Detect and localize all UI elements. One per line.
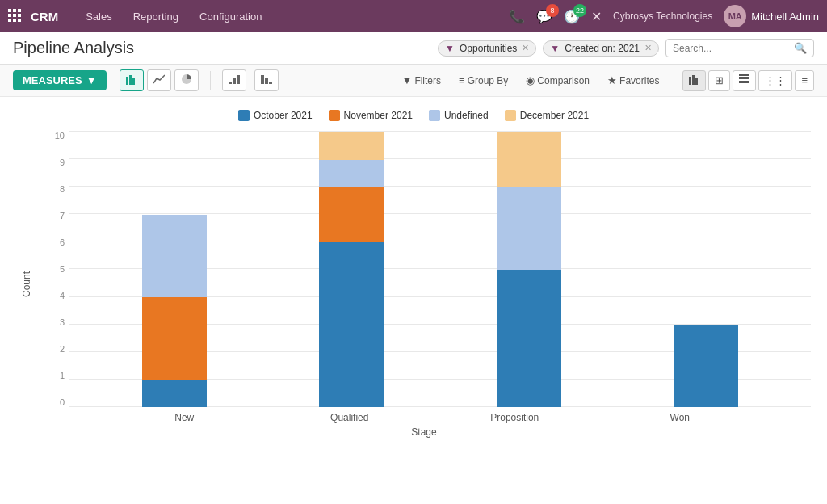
svg-rect-14: [233, 78, 236, 84]
bar-segment: [319, 242, 384, 407]
top-navigation: CRM Sales Reporting Configuration 📞 💬 8 …: [0, 0, 827, 32]
y-tick: 5: [60, 264, 65, 274]
bars-area: [69, 131, 811, 407]
close-icon[interactable]: ✕: [591, 9, 602, 24]
svg-rect-23: [739, 77, 749, 79]
legend-label: Undefined: [444, 110, 489, 121]
stacked-bar: [142, 215, 207, 407]
chart-legend: October 2021November 2021UndefinedDecemb…: [16, 110, 811, 121]
y-tick: 6: [60, 237, 65, 247]
nav-sales[interactable]: Sales: [78, 10, 120, 23]
brand-logo[interactable]: CRM: [31, 10, 58, 23]
legend-dot: [329, 110, 340, 121]
action-toolbar: MEASURES ▼: [0, 65, 827, 97]
svg-rect-17: [265, 78, 268, 84]
legend-item: December 2021: [505, 110, 589, 121]
measures-label: MEASURES: [23, 74, 82, 86]
view-buttons: ⊞ ⋮⋮ ≡: [682, 70, 814, 91]
group-by-icon: ≡: [459, 74, 465, 86]
opportunities-filter-close[interactable]: ✕: [522, 43, 529, 53]
chart-inner: 109876543210 NewQualifiedPropositionWon …: [37, 131, 811, 438]
created-on-filter-close[interactable]: ✕: [644, 43, 652, 53]
search-input[interactable]: [673, 43, 794, 54]
funnel-icon: ▼: [445, 43, 455, 54]
stacked-bar: [319, 132, 384, 407]
svg-rect-4: [13, 14, 16, 17]
svg-rect-8: [18, 19, 21, 22]
favorites-action[interactable]: ★ Favorites: [601, 71, 665, 90]
opportunities-filter-label: Opportunities: [460, 43, 517, 54]
bar-segment: [674, 325, 738, 407]
svg-rect-5: [18, 14, 21, 17]
filters-action[interactable]: ▼ Filters: [396, 71, 448, 90]
dots-view-btn[interactable]: ⋮⋮: [758, 70, 792, 91]
chat-icon[interactable]: 💬 8: [536, 9, 552, 24]
legend-label: December 2021: [520, 110, 589, 121]
measures-button[interactable]: MEASURES ▼: [13, 70, 107, 90]
legend-dot: [429, 110, 440, 121]
bar-segment: [142, 215, 207, 297]
comparison-label: Comparison: [537, 75, 590, 86]
table-view-btn[interactable]: ⊞: [708, 70, 730, 91]
svg-rect-13: [229, 82, 232, 84]
comparison-action[interactable]: ◉ Comparison: [519, 71, 596, 90]
list-view-btn[interactable]: ≡: [795, 70, 814, 91]
opportunities-filter[interactable]: ▼ Opportunities ✕: [438, 40, 536, 57]
chart-area: Count 109876543210 NewQualifiedPropositi…: [16, 131, 811, 438]
bar-group: [674, 325, 738, 407]
measures-dropdown-icon: ▼: [86, 74, 97, 86]
sort-desc-btn[interactable]: [254, 69, 279, 91]
legend-label: November 2021: [344, 110, 413, 121]
y-tick: 4: [60, 291, 65, 300]
y-tick: 2: [60, 344, 65, 354]
x-axis-tick-label: Won: [648, 412, 712, 423]
created-on-filter-label: Created on: 2021: [565, 43, 640, 54]
x-axis-tick-label: Qualified: [317, 412, 382, 423]
bar-group: [142, 215, 207, 407]
group-by-action[interactable]: ≡ Group By: [452, 71, 514, 90]
chart-plot: 109876543210: [37, 131, 811, 407]
toolbar-right: ▼ Filters ≡ Group By ◉ Comparison ★ Favo…: [396, 70, 815, 91]
nav-configuration[interactable]: Configuration: [191, 10, 270, 23]
legend-dot: [505, 110, 516, 121]
line-chart-btn[interactable]: [147, 69, 171, 91]
search-box[interactable]: 🔍: [665, 39, 814, 57]
bar-segment: [319, 160, 384, 187]
x-axis-tick-label: Proposition: [482, 412, 547, 423]
legend-item: November 2021: [329, 110, 413, 121]
funnel-icon2: ▼: [550, 43, 560, 54]
created-on-filter[interactable]: ▼ Created on: 2021 ✕: [543, 40, 659, 57]
y-tick: 7: [60, 211, 65, 220]
search-icon[interactable]: 🔍: [794, 42, 807, 54]
y-tick: 8: [60, 184, 65, 194]
column-view-btn[interactable]: [733, 70, 756, 91]
bar-segment: [142, 297, 207, 380]
svg-rect-3: [8, 14, 11, 17]
legend-dot: [238, 110, 250, 121]
stacked-bar: [497, 132, 561, 407]
activity-icon[interactable]: 🕐 22: [564, 9, 580, 24]
user-menu[interactable]: MA Mitchell Admin: [724, 5, 819, 27]
chart-type-group: [120, 69, 199, 91]
activity-badge: 22: [573, 4, 586, 17]
secondary-toolbar: Pipeline Analysis ▼ Opportunities ✕ ▼ Cr…: [0, 32, 827, 65]
y-tick: 1: [60, 371, 65, 380]
svg-rect-1: [13, 9, 16, 12]
favorites-label: Favorites: [619, 75, 659, 86]
x-axis-tick-label: New: [152, 412, 216, 423]
bar-view-btn[interactable]: [682, 70, 706, 91]
svg-rect-24: [739, 74, 749, 76]
bar-segment: [497, 132, 561, 187]
sort-asc-btn[interactable]: [222, 69, 246, 91]
grid-icon[interactable]: [8, 9, 21, 24]
svg-rect-19: [689, 77, 691, 85]
phone-icon[interactable]: 📞: [509, 9, 525, 24]
nav-reporting[interactable]: Reporting: [125, 10, 187, 23]
bar-chart-btn[interactable]: [120, 69, 144, 91]
svg-rect-18: [269, 82, 272, 84]
pie-chart-btn[interactable]: [174, 69, 199, 91]
legend-item: Undefined: [429, 110, 489, 121]
svg-rect-11: [132, 78, 135, 85]
y-axis-label: Count: [16, 131, 32, 438]
legend-label: October 2021: [254, 110, 313, 121]
